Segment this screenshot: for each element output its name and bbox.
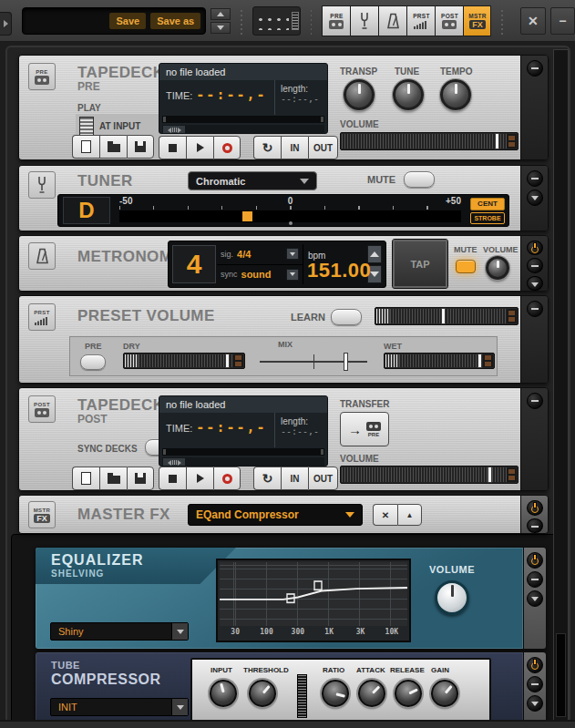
collapse-module-button[interactable]: [527, 695, 543, 712]
learn-toggle[interactable]: [331, 309, 362, 325]
rack-scrollbar-thumb[interactable]: [556, 633, 566, 717]
record-button[interactable]: [213, 467, 241, 490]
toggle-tapedeck-post[interactable]: POST: [435, 5, 463, 36]
collapse-module-button[interactable]: [527, 590, 543, 607]
master-fx-preset-dropdown[interactable]: EQand Compressor: [188, 504, 363, 526]
save-file-button[interactable]: [127, 135, 154, 159]
dry-slider[interactable]: [123, 353, 245, 369]
metronome-volume-knob[interactable]: [486, 256, 509, 280]
tuner-mute-toggle[interactable]: [404, 171, 435, 188]
collapse-module-button[interactable]: [527, 276, 543, 291]
loop-button[interactable]: ↻: [253, 136, 281, 159]
toggle-tuner[interactable]: [350, 5, 378, 36]
toggle-metronome[interactable]: [378, 5, 406, 36]
sync-dropdown-button[interactable]: [286, 269, 299, 281]
loop-range-bar[interactable]: [162, 116, 324, 123]
sig-dropdown-button[interactable]: [286, 248, 299, 260]
volume-slider-handle[interactable]: [495, 133, 499, 149]
gain-knob[interactable]: [431, 680, 458, 707]
new-file-button[interactable]: [72, 135, 99, 159]
preset-down-button[interactable]: [210, 22, 231, 34]
power-module-button[interactable]: [527, 241, 543, 255]
close-rack-button[interactable]: ✕: [520, 7, 545, 35]
rack-scrollbar[interactable]: [553, 49, 569, 721]
scrollbar-handle[interactable]: [163, 458, 185, 467]
save-file-button[interactable]: [127, 467, 154, 490]
eq-handle-high[interactable]: [314, 581, 322, 590]
metronome-mute-led[interactable]: [456, 260, 476, 273]
release-knob[interactable]: [395, 680, 422, 707]
loop-in-button[interactable]: IN: [281, 467, 308, 490]
collapse-module-button[interactable]: [527, 190, 543, 206]
preset-name-field[interactable]: Save Save as: [22, 7, 206, 35]
preset-volume-slider[interactable]: [375, 307, 519, 325]
position-scrollbar[interactable]: [162, 125, 324, 134]
fold-fx-button[interactable]: ▲: [397, 504, 422, 526]
minimize-module-button[interactable]: [527, 571, 543, 588]
save-as-button[interactable]: Save as: [150, 13, 200, 29]
power-module-button[interactable]: [527, 657, 543, 673]
open-file-button[interactable]: [99, 135, 127, 159]
stop-button[interactable]: [159, 136, 186, 159]
minimize-module-button[interactable]: [527, 393, 543, 409]
volume-slider[interactable]: [340, 466, 519, 484]
input-knob[interactable]: [210, 680, 237, 707]
stop-button[interactable]: [159, 467, 186, 490]
minimize-module-button[interactable]: [527, 301, 543, 317]
minimize-module-button[interactable]: [527, 60, 543, 77]
minimize-module-button[interactable]: [527, 676, 543, 692]
minimize-module-button[interactable]: [527, 258, 543, 272]
minimize-module-button[interactable]: [527, 518, 543, 534]
eq-volume-knob[interactable]: [435, 580, 469, 615]
dry-slider-handle[interactable]: [225, 354, 230, 368]
tempo-knob[interactable]: [440, 79, 471, 110]
open-file-button[interactable]: [99, 467, 127, 490]
volume-slider-handle[interactable]: [488, 467, 492, 483]
tuner-mode-dropdown[interactable]: Chromatic: [188, 171, 317, 190]
new-file-button[interactable]: [72, 467, 99, 490]
equalizer-preset-dropdown[interactable]: Shiny: [50, 622, 189, 641]
loop-in-button[interactable]: IN: [281, 136, 308, 159]
toggle-master-fx[interactable]: MSTR FX: [463, 5, 491, 36]
scrollbar-handle[interactable]: [163, 126, 185, 134]
preset-volume-handle[interactable]: [441, 308, 446, 324]
loop-out-button[interactable]: OUT: [308, 136, 338, 159]
save-button[interactable]: Save: [109, 13, 146, 29]
wet-slider-handle[interactable]: [477, 354, 482, 368]
tap-tempo-button[interactable]: TAP: [393, 240, 447, 288]
eq-plot-area[interactable]: [220, 562, 407, 626]
transfer-button[interactable]: → PRE: [340, 412, 389, 446]
wet-slider[interactable]: [384, 353, 495, 369]
position-scrollbar[interactable]: [162, 457, 324, 467]
sidebar-expand-button[interactable]: [0, 12, 12, 36]
play-button[interactable]: [186, 467, 213, 490]
transp-knob[interactable]: [344, 79, 375, 110]
volume-slider[interactable]: [340, 132, 519, 150]
tune-knob[interactable]: [393, 79, 424, 110]
remove-fx-button[interactable]: ✕: [373, 504, 397, 526]
toggle-preset-volume[interactable]: PRST: [406, 5, 435, 36]
loop-range-bar[interactable]: [162, 448, 324, 456]
power-module-button[interactable]: [527, 500, 543, 516]
record-button[interactable]: [213, 136, 241, 159]
loop-button[interactable]: ↻: [253, 467, 281, 490]
attack-knob[interactable]: [358, 680, 385, 707]
pedalboard-view-button[interactable]: [252, 6, 301, 36]
ratio-knob[interactable]: [322, 680, 349, 707]
play-button[interactable]: [186, 136, 213, 159]
input-label: INPUT: [210, 666, 232, 674]
pre-toggle[interactable]: [80, 354, 106, 370]
toggle-tapedeck-pre[interactable]: PRE: [322, 5, 350, 36]
strobe-mode-button[interactable]: STROBE: [470, 212, 505, 224]
minimize-rack-button[interactable]: −: [550, 7, 575, 35]
mix-slider-handle[interactable]: [344, 353, 348, 371]
loop-out-button[interactable]: OUT: [308, 467, 338, 490]
preset-up-button[interactable]: [210, 8, 231, 20]
minimize-module-button[interactable]: [527, 170, 543, 187]
cent-mode-button[interactable]: CENT: [470, 198, 505, 210]
threshold-knob[interactable]: [249, 680, 276, 707]
power-module-button[interactable]: [527, 552, 543, 569]
dropdown-arrow-icon: [345, 512, 354, 518]
mix-slider[interactable]: [260, 353, 367, 371]
compressor-preset-dropdown[interactable]: INIT: [50, 698, 189, 716]
